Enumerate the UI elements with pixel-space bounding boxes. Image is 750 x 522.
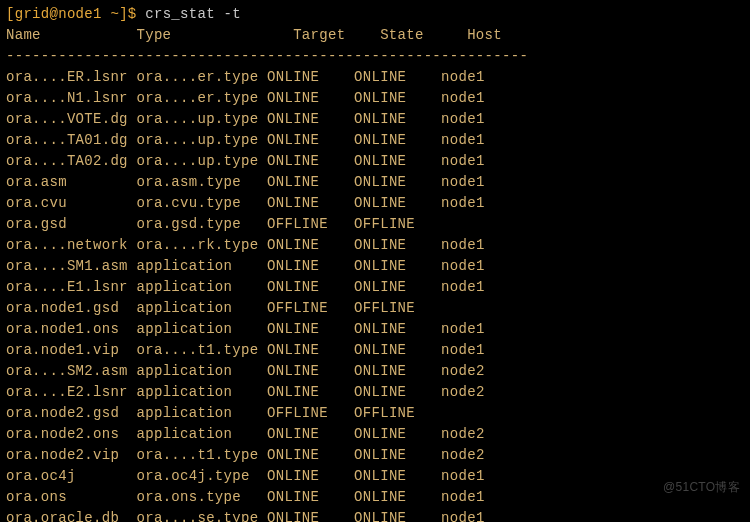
table-row: ora....E1.lsnr application ONLINE ONLINE…	[6, 277, 744, 298]
table-row: ora....TA02.dg ora....up.type ONLINE ONL…	[6, 151, 744, 172]
table-row: ora.ons ora.ons.type ONLINE ONLINE node1	[6, 487, 744, 508]
table-row: ora....ER.lsnr ora....er.type ONLINE ONL…	[6, 67, 744, 88]
separator: ----------------------------------------…	[6, 46, 744, 67]
command: crs_stat -t	[145, 6, 241, 22]
table-row: ora....SM2.asm application ONLINE ONLINE…	[6, 361, 744, 382]
table-row: ora....network ora....rk.type ONLINE ONL…	[6, 235, 744, 256]
table-row: ora....SM1.asm application ONLINE ONLINE…	[6, 256, 744, 277]
table-header: Name Type Target State Host	[6, 25, 744, 46]
table-row: ora.node2.gsd application OFFLINE OFFLIN…	[6, 403, 744, 424]
table-row: ora.gsd ora.gsd.type OFFLINE OFFLINE	[6, 214, 744, 235]
table-row: ora.node1.gsd application OFFLINE OFFLIN…	[6, 298, 744, 319]
table-row: ora....E2.lsnr application ONLINE ONLINE…	[6, 382, 744, 403]
table-row: ora....VOTE.dg ora....up.type ONLINE ONL…	[6, 109, 744, 130]
prompt-line[interactable]: [grid@node1 ~]$ crs_stat -t	[6, 4, 744, 25]
terminal-output: [grid@node1 ~]$ crs_stat -tName Type Tar…	[6, 4, 744, 522]
table-row: ora.cvu ora.cvu.type ONLINE ONLINE node1	[6, 193, 744, 214]
watermark: @51CTO博客	[663, 478, 740, 496]
table-row: ora....TA01.dg ora....up.type ONLINE ONL…	[6, 130, 744, 151]
table-row: ora.node2.vip ora....t1.type ONLINE ONLI…	[6, 445, 744, 466]
table-row: ora.asm ora.asm.type ONLINE ONLINE node1	[6, 172, 744, 193]
table-row: ora....N1.lsnr ora....er.type ONLINE ONL…	[6, 88, 744, 109]
table-row: ora.node2.ons application ONLINE ONLINE …	[6, 424, 744, 445]
table-row: ora.oracle.db ora....se.type ONLINE ONLI…	[6, 508, 744, 522]
table-row: ora.node1.vip ora....t1.type ONLINE ONLI…	[6, 340, 744, 361]
table-row: ora.node1.ons application ONLINE ONLINE …	[6, 319, 744, 340]
table-row: ora.oc4j ora.oc4j.type ONLINE ONLINE nod…	[6, 466, 744, 487]
